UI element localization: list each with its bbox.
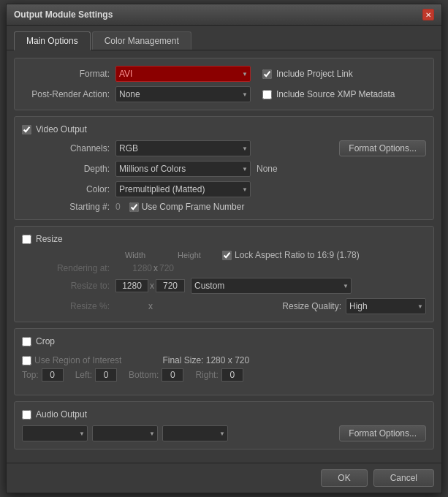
format-row: Format: AVI Include Project Link — [22, 66, 426, 82]
tab-bar: Main Options Color Management — [7, 26, 441, 50]
depth-select[interactable]: Millions of Colors — [115, 161, 251, 177]
tab-color-management[interactable]: Color Management — [92, 31, 191, 50]
use-comp-frame-label: Use Comp Frame Number — [142, 202, 245, 212]
video-output-checkbox[interactable] — [22, 125, 31, 134]
ok-button[interactable]: OK — [321, 469, 367, 487]
resize-pct-row: Resize %: x Resize Quality: High — [22, 298, 426, 314]
audio-dropdown-2-wrapper — [92, 425, 158, 441]
resize-quality-wrapper: High — [346, 298, 426, 314]
video-output-label: Video Output — [36, 124, 87, 134]
post-render-select-wrapper: None — [115, 86, 251, 102]
pct-x-sep: x — [148, 301, 153, 311]
include-xmp-checkbox[interactable] — [262, 90, 272, 99]
starting-row: Starting #: 0 Use Comp Frame Number — [22, 202, 426, 212]
right-input[interactable] — [221, 368, 243, 382]
resize-to-row: Resize to: x Custom — [22, 278, 426, 294]
resize-pct-label: Resize %: — [22, 301, 110, 311]
rendering-height: 720 — [159, 263, 189, 273]
use-roi-label: Use Region of Interest — [34, 355, 121, 365]
resize-checkbox[interactable] — [22, 235, 31, 244]
audio-output-checkbox[interactable] — [22, 410, 31, 420]
audio-dropdowns: Format Options... — [22, 425, 426, 441]
use-roi-checkbox[interactable] — [22, 356, 31, 365]
resize-quality-select[interactable]: High — [346, 298, 426, 314]
crop-checkbox[interactable] — [22, 337, 31, 346]
depth-label: Depth: — [22, 164, 110, 174]
video-output-section: Video Output Channels: RGB Format Option… — [14, 116, 434, 220]
post-render-label: Post-Render Action: — [22, 89, 110, 99]
format-label: Format: — [22, 69, 110, 79]
resize-width-input[interactable] — [115, 279, 148, 292]
starting-value: 0 — [115, 202, 121, 212]
include-project-link-label: Include Project Link — [276, 69, 353, 79]
resize-quality-label: Resize Quality: — [282, 301, 341, 311]
format-select-wrapper: AVI — [115, 66, 251, 82]
height-col-label: Height — [171, 251, 208, 259]
close-button[interactable]: ✕ — [422, 9, 434, 20]
footer: OK Cancel — [7, 463, 441, 493]
final-size-label: Final Size: 1280 x 720 — [162, 355, 249, 365]
channels-select[interactable]: RGB — [115, 140, 251, 156]
audio-dropdown-1[interactable] — [22, 425, 88, 441]
audio-output-header: Audio Output — [22, 409, 426, 420]
resize-to-label: Resize to: — [22, 281, 110, 291]
format-select[interactable]: AVI — [115, 66, 251, 82]
resize-header: Resize — [22, 234, 426, 244]
include-xmp-label: Include Source XMP Metadata — [276, 89, 395, 99]
crop-header: Crop — [22, 336, 426, 346]
rendering-at-label: Rendering at: — [22, 263, 110, 273]
crop-inner: Use Region of Interest Final Size: 1280 … — [22, 352, 426, 387]
audio-dropdown-1-wrapper — [22, 425, 88, 441]
tab-main-options[interactable]: Main Options — [14, 31, 91, 50]
left-input[interactable] — [95, 368, 117, 382]
starting-label: Starting #: — [22, 202, 110, 212]
none-label: None — [257, 164, 278, 174]
format-options-button[interactable]: Format Options... — [339, 140, 426, 156]
post-render-row: Post-Render Action: None Include Source … — [22, 86, 426, 102]
include-project-link-checkbox[interactable] — [262, 69, 272, 79]
crop-label: Crop — [36, 336, 55, 346]
audio-format-options-button[interactable]: Format Options... — [339, 425, 426, 441]
resize-height-input[interactable] — [156, 279, 185, 292]
width-col-label: Width — [110, 251, 161, 259]
left-field: Left: — [75, 368, 117, 382]
main-content: Format: AVI Include Project Link Post-Re… — [7, 50, 441, 463]
lock-aspect-checkbox[interactable] — [222, 251, 232, 260]
color-row: Color: Premultiplied (Matted) — [22, 181, 426, 197]
color-label: Color: — [22, 184, 110, 194]
x-sep-2: x — [150, 281, 154, 291]
format-section: Format: AVI Include Project Link Post-Re… — [14, 58, 434, 110]
audio-dropdown-3-wrapper — [162, 425, 228, 441]
bottom-field: Bottom: — [129, 368, 183, 382]
channels-row: Channels: RGB Format Options... — [22, 140, 426, 156]
cancel-button[interactable]: Cancel — [373, 469, 434, 487]
use-comp-frame-checkbox[interactable] — [129, 202, 139, 212]
top-input[interactable] — [42, 368, 64, 382]
right-field: Right: — [195, 368, 243, 382]
bottom-label: Bottom: — [129, 370, 159, 380]
bottom-input[interactable] — [162, 368, 183, 382]
resize-label: Resize — [36, 234, 63, 244]
rendering-at-row: Rendering at: 1280 x 720 — [22, 263, 426, 273]
top-label: Top: — [22, 370, 39, 380]
audio-dropdown-2[interactable] — [92, 425, 158, 441]
resize-section: Resize Width Height Lock Aspect Ratio to… — [14, 226, 434, 322]
audio-output-section: Audio Output Format — [14, 401, 434, 449]
color-select[interactable]: Premultiplied (Matted) — [115, 181, 251, 197]
title-bar: Output Module Settings ✕ — [7, 4, 441, 26]
lock-aspect-label: Lock Aspect Ratio to 16:9 (1.78) — [235, 250, 360, 260]
left-label: Left: — [75, 370, 92, 380]
channels-select-wrapper: RGB — [115, 140, 251, 156]
window-title: Output Module Settings — [14, 10, 113, 20]
audio-dropdown-3[interactable] — [162, 425, 228, 441]
post-render-select[interactable]: None — [115, 86, 251, 102]
color-select-wrapper: Premultiplied (Matted) — [115, 181, 251, 197]
rendering-width: 1280 — [115, 263, 152, 273]
audio-output-label: Audio Output — [36, 409, 87, 420]
resize-preset-wrapper: Custom — [191, 278, 352, 294]
video-output-header: Video Output — [22, 124, 426, 134]
crop-coords-row: Top: Left: Bottom: Right: — [22, 368, 426, 382]
resize-preset-select[interactable]: Custom — [191, 278, 352, 294]
depth-select-wrapper: Millions of Colors — [115, 161, 251, 177]
channels-label: Channels: — [22, 143, 110, 153]
